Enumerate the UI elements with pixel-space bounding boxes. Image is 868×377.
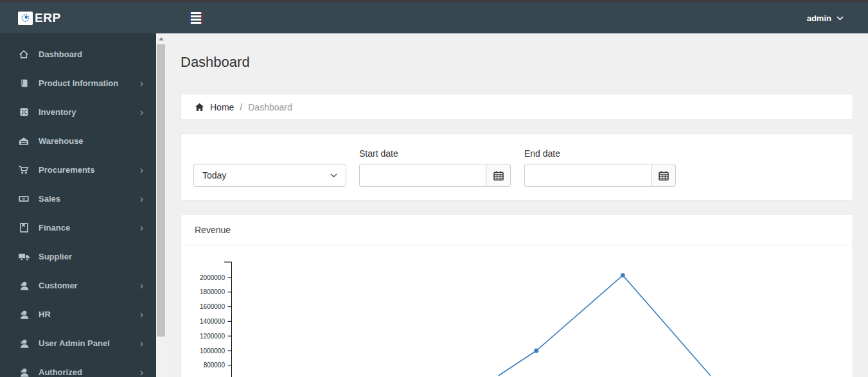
chevron-down-icon [330,173,337,178]
cube-icon [17,107,30,118]
chevron-right-icon: › [140,223,143,233]
date-range-select-value: Today [202,170,226,180]
user-menu-label: admin [807,13,831,23]
user-icon [17,310,30,320]
revenue-panel: Revenue 20000001800000160000014000001200… [181,214,853,377]
calendar-icon [493,171,504,180]
sidebar-item-product-information[interactable]: Product Information › [0,69,156,98]
user-menu[interactable]: admin [807,13,844,23]
top-navbar: ERP admin [0,3,868,33]
chevron-right-icon: › [140,338,143,349]
chevron-down-icon [837,16,844,21]
svg-text:800000: 800000 [204,362,226,369]
sidebar-item-hr[interactable]: HR › [0,300,156,329]
main-content: Dashboard Home / Dashboard Today Start d… [166,33,868,377]
svg-text:1800000: 1800000 [200,288,225,295]
revenue-line-chart: 2000000180000016000001400000120000010000… [181,245,852,377]
sidebar-item-label: HR [39,310,51,319]
svg-text:1400000: 1400000 [200,318,225,325]
chevron-right-icon: › [140,107,143,118]
date-range-select[interactable]: Today [193,164,346,187]
sidebar-item-finance[interactable]: Finance › [0,213,156,242]
end-date-input[interactable] [524,164,651,187]
filter-panel: Today Start date [181,134,853,201]
app-root: ERP admin Dashboard Product Information … [0,0,868,377]
sidebar-item-customer[interactable]: Customer › [0,271,156,300]
breadcrumb: Home / Dashboard [181,94,853,120]
brand[interactable]: ERP [0,11,156,25]
sidebar-item-supplier[interactable]: Supplier [0,242,156,271]
sidebar-item-label: Finance [39,223,70,232]
truck-icon [17,252,30,261]
sidebar-item-label: Product Information [39,78,118,88]
chevron-right-icon: › [140,310,143,320]
start-date-input[interactable] [359,164,486,187]
sidebar-item-label: Sales [39,194,60,204]
sidebar-item-label: Dashboard [39,49,82,59]
breadcrumb-separator: / [240,102,242,112]
page-title: Dashboard [181,54,853,71]
svg-text:1600000: 1600000 [200,303,225,310]
revenue-chart-area: 2000000180000016000001400000120000010000… [181,245,853,377]
cash-icon: $ [17,194,30,204]
sidebar-item-label: Customer [39,281,78,290]
breadcrumb-home-link[interactable]: Home [210,102,234,112]
ledger-icon [17,222,30,233]
cart-icon [17,164,30,175]
sidebar-item-authorized[interactable]: Authorized › [0,358,156,377]
sidebar-item-warehouse[interactable]: Warehouse [0,127,156,155]
user-icon [17,367,30,377]
end-date-label: End date [524,148,676,159]
chevron-right-icon: › [140,165,143,175]
start-date-calendar-button[interactable] [486,164,511,187]
warehouse-icon [17,136,30,146]
sidebar-item-label: User Admin Panel [39,338,110,348]
revenue-panel-title: Revenue [181,215,853,245]
svg-text:1200000: 1200000 [200,333,225,340]
erp-logo [18,12,33,25]
breadcrumb-current: Dashboard [248,102,292,112]
sidebar-item-inventory[interactable]: Inventory › [0,98,156,127]
sidebar-scrollbar[interactable] [156,33,166,377]
end-date-calendar-button[interactable] [651,164,676,187]
sidebar-item-label: Inventory [39,107,76,117]
hamburger-icon[interactable] [188,10,204,26]
sidebar-menu: Dashboard Product Information › Inventor… [0,33,156,377]
sidebar-item-sales[interactable]: $ Sales › [0,184,156,213]
start-date-field: Start date [359,148,511,187]
body-row: Dashboard Product Information › Inventor… [0,33,868,377]
sidebar-item-user-admin-panel[interactable]: User Admin Panel › [0,329,156,358]
book-icon [17,78,30,89]
home-icon [195,103,204,112]
sidebar-item-procurements[interactable]: Procurements › [0,155,156,184]
chevron-right-icon: › [140,281,143,291]
sidebar-item-label: Warehouse [39,136,84,146]
user-icon [17,338,30,349]
sidebar-item-label: Procurements [39,165,94,175]
scrollbar-thumb[interactable] [157,44,165,337]
sidebar-item-dashboard[interactable]: Dashboard [0,40,156,69]
home-icon [17,49,30,60]
chevron-right-icon: › [140,367,143,377]
sidebar-item-label: Supplier [39,252,72,261]
end-date-field: End date [524,148,676,187]
chevron-right-icon: › [140,194,143,204]
svg-text:1000000: 1000000 [200,347,225,355]
sidebar-item-label: Authorized [39,367,82,377]
user-icon [17,281,30,291]
svg-text:2000000: 2000000 [200,274,225,281]
start-date-label: Start date [359,148,511,159]
calendar-icon [659,171,669,180]
chevron-right-icon: › [140,78,143,89]
brand-text: ERP [35,11,61,25]
scroll-up-arrow-icon[interactable] [156,33,166,44]
sidebar: Dashboard Product Information › Inventor… [0,33,156,377]
logo-swirl-icon [20,13,31,23]
